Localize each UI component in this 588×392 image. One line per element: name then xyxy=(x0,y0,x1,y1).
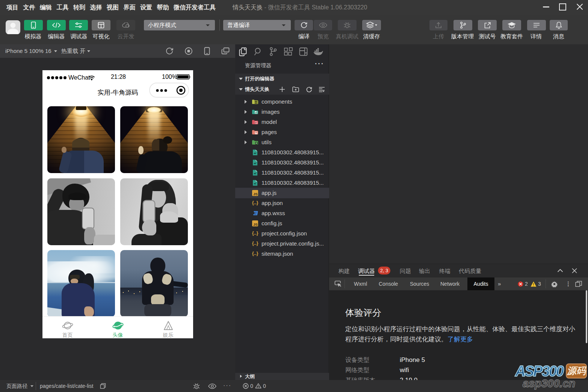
svg-text:WeChat: WeChat xyxy=(68,74,90,81)
